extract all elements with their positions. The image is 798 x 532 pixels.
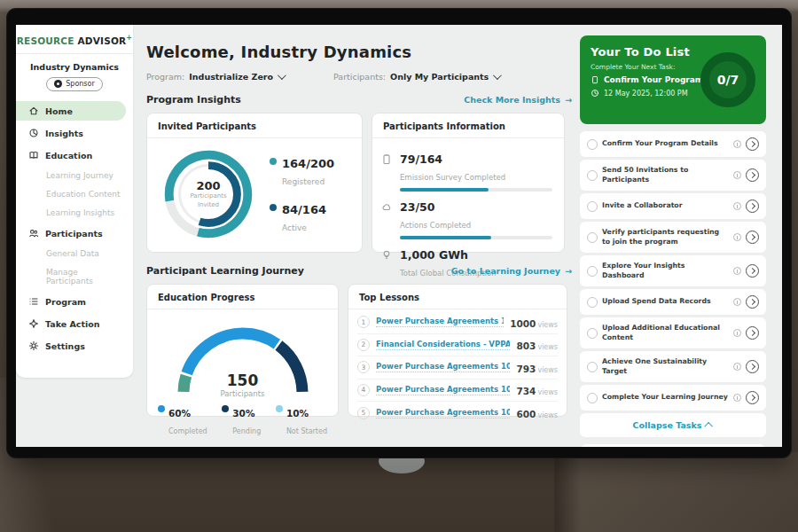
book-icon <box>28 150 39 160</box>
section-heading: Program Insights <box>146 94 241 106</box>
task-checkbox[interactable] <box>587 201 598 212</box>
legend-completed: 60% Completed <box>158 403 207 437</box>
gauge-center-value: 150 <box>168 372 318 389</box>
sidebar-item-settings[interactable]: Settings <box>16 336 133 356</box>
info-icon <box>733 363 741 371</box>
chevron-right-icon[interactable] <box>746 264 759 278</box>
lesson-rank: 4 <box>357 384 370 396</box>
lesson-row: 3 Power Purchase Agreements 101 793views <box>357 356 558 379</box>
education-progress-gauge-chart: 150 Participants <box>168 317 318 398</box>
task-row[interactable]: Upload Additional Educational Content <box>580 317 766 348</box>
learning-journey-header: Participant Learning Journey Go to Learn… <box>146 265 572 277</box>
home-icon <box>28 106 39 116</box>
task-checkbox[interactable] <box>587 297 598 308</box>
chevron-right-icon[interactable] <box>746 326 759 340</box>
legend-dot <box>270 204 277 211</box>
task-row[interactable]: Complete Your Learning Journey <box>580 385 766 411</box>
task-row[interactable]: Achieve One Sustainability Target <box>580 351 766 382</box>
task-checkbox[interactable] <box>587 266 598 277</box>
top-lessons-card: Top Lessons 1 Power Purchase Agreements … <box>348 284 567 417</box>
task-row[interactable]: Confirm Your Program Details <box>580 131 766 157</box>
task-row[interactable]: Upload Spend Data Records <box>580 289 766 315</box>
go-to-learning-journey-link[interactable]: Go to Learning Journey → <box>451 266 572 276</box>
sidebar-item-insights[interactable]: Insights <box>16 123 133 143</box>
lesson-link[interactable]: Power Purchase Agreements 101 <box>376 362 510 372</box>
gauge-center-label: Participants <box>168 389 318 398</box>
todo-due-date: 12 May 2025, 12:00 PM <box>604 90 688 98</box>
task-checkbox[interactable] <box>587 393 598 403</box>
task-row[interactable]: Verify participants requesting to join t… <box>580 222 766 253</box>
background-wall <box>554 452 798 532</box>
chevron-right-icon[interactable] <box>746 295 759 309</box>
legend-not-started: 10% Not Started <box>276 403 327 437</box>
gear-icon <box>28 340 39 351</box>
insights-icon <box>28 128 39 138</box>
chevron-right-icon[interactable] <box>746 137 759 151</box>
collapse-tasks-link[interactable]: Collapse Tasks <box>580 413 766 437</box>
lesson-link[interactable]: Power Purchase Agreements 103 <box>376 408 510 419</box>
chevron-right-icon[interactable] <box>746 168 759 182</box>
info-icon <box>733 202 741 210</box>
emission-survey-stat: 79/164 Emission Survey Completed <box>381 150 552 192</box>
progress-fill <box>400 188 489 192</box>
task-label: Complete Your Learning Journey <box>602 393 729 403</box>
sidebar-item-education-content[interactable]: Education Content <box>16 185 133 204</box>
todo-column: Your To Do List Complete Your Next Task:… <box>580 25 766 447</box>
task-checkbox[interactable] <box>587 170 598 181</box>
task-checkbox[interactable] <box>587 139 598 150</box>
sidebar-item-learning-journey[interactable]: Learning Journey <box>16 167 133 185</box>
sidebar-item-program[interactable]: Program <box>16 292 133 311</box>
legend-registered: 164/200 Registered <box>270 154 334 188</box>
sidebar-item-label: Home <box>45 106 73 116</box>
task-checkbox[interactable] <box>587 362 598 372</box>
info-icon <box>733 267 741 275</box>
sidebar-item-participants[interactable]: Participants <box>16 223 133 243</box>
sidebar-item-manage-participants[interactable]: Manage Participants <box>16 263 133 291</box>
chevron-down-icon <box>278 71 286 80</box>
star-burst-icon <box>28 318 39 329</box>
task-row[interactable]: Send 50 Invitations to Participants <box>580 160 766 191</box>
task-list: Confirm Your Program Details Send 50 Inv… <box>580 131 766 411</box>
chevron-right-icon[interactable] <box>746 391 759 404</box>
info-icon <box>733 171 741 179</box>
lesson-link[interactable]: Power Purchase Agreements 102 <box>376 385 510 395</box>
task-label: Achieve One Sustainability Target <box>602 357 729 376</box>
task-row[interactable]: Explore Your Insights Dashboard <box>580 255 766 286</box>
sidebar-item-learning-insights[interactable]: Learning Insights <box>16 204 133 223</box>
legend-dot <box>270 158 277 165</box>
sidebar-item-take-action[interactable]: Take Action <box>16 314 133 333</box>
program-insights-header: Program Insights Check More Insights → <box>146 94 572 106</box>
chevron-right-icon[interactable] <box>746 231 759 244</box>
task-checkbox[interactable] <box>587 328 598 339</box>
cloud-icon <box>381 198 393 239</box>
chevron-right-icon[interactable] <box>746 360 759 373</box>
lesson-link[interactable]: Financial Considerations - VPPAs <box>376 340 510 350</box>
todo-list-card: Your To Do List Complete Your Next Task:… <box>580 35 766 124</box>
check-more-insights-link[interactable]: Check More Insights → <box>464 95 572 105</box>
sidebar-item-education[interactable]: Education <box>16 145 133 165</box>
sponsor-badge: Sponsor <box>46 77 103 91</box>
card-title: Invited Participants <box>147 113 362 138</box>
participants-label: Participants: <box>333 72 386 82</box>
legend-dot <box>276 405 283 412</box>
task-checkbox[interactable] <box>587 232 598 243</box>
sidebar-item-label: Take Action <box>45 319 100 329</box>
task-label: Verify participants requesting to join t… <box>602 228 729 246</box>
participants-dropdown[interactable]: Participants: Only My Participants <box>333 72 499 82</box>
sidebar-item-label: Participants <box>45 229 103 239</box>
people-icon <box>28 228 39 239</box>
education-progress-card: Education Progress 150 Participants <box>146 284 339 417</box>
lesson-link[interactable]: Power Purchase Agreements 101 <box>376 317 504 327</box>
sidebar-item-general-data[interactable]: General Data <box>16 245 133 263</box>
chevron-right-icon[interactable] <box>746 200 759 213</box>
clipboard-icon <box>591 75 599 84</box>
lesson-row: 5 Power Purchase Agreements 103 600views <box>357 402 558 425</box>
card-title: Top Lessons <box>348 285 567 309</box>
brand-plus: + <box>126 34 132 42</box>
program-label: Program: <box>146 72 184 82</box>
invited-participants-donut-chart: 200 Participants Invited <box>154 142 262 246</box>
task-row[interactable]: Invite a Collaborator <box>580 193 766 219</box>
sidebar: RESOURCE ADVISOR+ Industry Dynamics Spon… <box>16 25 133 378</box>
sidebar-item-home[interactable]: Home <box>16 101 126 121</box>
program-dropdown[interactable]: Program: Industrialize Zero <box>146 72 284 82</box>
